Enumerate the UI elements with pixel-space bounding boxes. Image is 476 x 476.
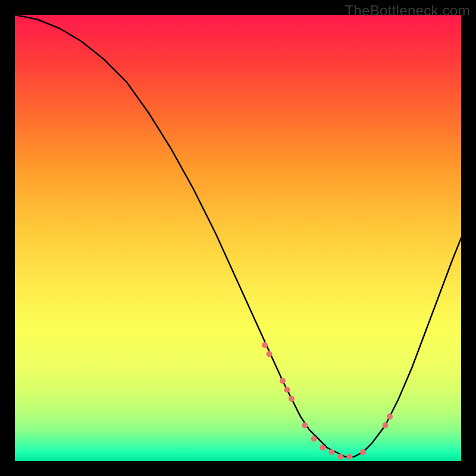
highlight-dot: [267, 351, 273, 357]
highlight-dot: [262, 342, 268, 348]
watermark-text: TheBottleneck.com: [345, 2, 470, 19]
highlight-dot: [383, 422, 389, 428]
gradient-plot-area: [15, 15, 461, 461]
highlight-dot: [284, 387, 290, 393]
highlight-dot: [347, 454, 353, 460]
highlight-dot: [387, 414, 393, 419]
highlight-dot: [289, 396, 295, 402]
highlight-dot: [320, 445, 326, 451]
highlight-dot: [302, 422, 308, 428]
highlight-dot: [338, 454, 344, 460]
highlight-dot: [280, 378, 286, 384]
highlight-dot: [311, 436, 317, 442]
curve-layer: [15, 15, 461, 461]
highlight-dot: [329, 449, 335, 455]
highlight-dot: [360, 449, 366, 455]
chart-stage: TheBottleneck.com: [0, 0, 476, 476]
bottleneck-curve: [15, 15, 461, 457]
